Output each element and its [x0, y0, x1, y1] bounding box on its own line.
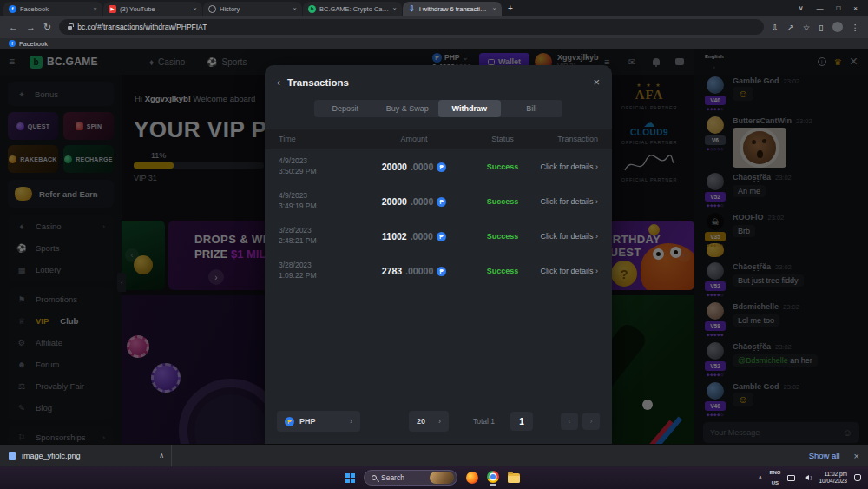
tx-date: 3/28/2023 [279, 226, 358, 236]
transactions-modal: ‹ Transactions × Deposit Buy & Swap With… [265, 65, 612, 444]
download-bar-close-icon[interactable]: × [854, 451, 859, 461]
system-tray: ∧ ENGUS ) 11:02 pm10/04/2023 [758, 470, 861, 486]
tab-download-active[interactable]: ⇩ i withdraw 6 transaction 3 of the × [403, 2, 502, 16]
youtube-favicon: ▶ [108, 5, 116, 13]
php-coin-icon: ₱ [437, 197, 446, 207]
reload-icon[interactable]: ↻ [43, 22, 51, 33]
clock-time: 11:02 pm [824, 471, 847, 478]
modal-title: Transactions [287, 77, 349, 88]
tx-status: Success [470, 232, 536, 241]
download-filename: image_yfiolc.png [22, 452, 81, 460]
search-highlight-image[interactable] [430, 472, 454, 484]
tx-amount: 20000 [382, 196, 407, 207]
file-explorer-icon[interactable] [508, 473, 520, 483]
firefox-icon[interactable] [466, 472, 478, 484]
address-bar[interactable]: bc.co/#/transactions/withdraw/PHPFIAT [59, 19, 764, 35]
taskbar-clock[interactable]: 11:02 pm10/04/2023 [819, 471, 847, 485]
new-tab-button[interactable]: + [508, 3, 513, 13]
currency-filter-dropdown[interactable]: ₱ PHP › [277, 411, 360, 432]
tab-bill[interactable]: Bill [501, 100, 563, 117]
menu-kebab-icon[interactable]: ⋮ [852, 23, 860, 32]
column-transaction: Transaction [536, 135, 598, 143]
download-bar: image_yfiolc.png ∧ Show all × [0, 444, 868, 466]
current-page[interactable]: 1 [510, 412, 533, 431]
tab-close-icon[interactable]: × [492, 5, 496, 13]
bookmark-star-icon[interactable]: ☆ [803, 23, 811, 32]
browser-tab-strip: f Facebook × ▶ (3) YouTube × History × b… [0, 0, 868, 16]
screen: f Facebook × ▶ (3) YouTube × History × b… [0, 0, 868, 489]
tab-deposit[interactable]: Deposit [314, 100, 377, 117]
tx-details-link[interactable]: Click for details › [536, 232, 598, 241]
profile-avatar[interactable] [832, 22, 843, 32]
tx-details-link[interactable]: Click for details › [536, 267, 598, 275]
next-page-icon[interactable]: › [582, 413, 600, 430]
url-text: bc.co/#/transactions/withdraw/PHPFIAT [77, 23, 207, 31]
lock-icon[interactable] [68, 26, 72, 30]
page-viewport: ≡ b BC.GAME ♦ Casino ⚽ Sports ₱ PHP [0, 49, 868, 444]
tab-label: BC.GAME: Crypto Casino Games [319, 5, 389, 13]
bcgame-favicon: b [308, 5, 316, 13]
tab-withdraw[interactable]: Withdraw [438, 100, 501, 117]
maximize-icon[interactable]: □ [836, 4, 840, 12]
window-controls: ∨ — □ × [788, 4, 868, 12]
download-menu-icon[interactable]: ∧ [159, 452, 164, 459]
back-icon[interactable]: ‹ [277, 76, 280, 89]
bookmarks-bar: f Facebook [0, 38, 868, 49]
facebook-favicon: f [9, 40, 16, 47]
php-coin-icon: ₱ [437, 162, 446, 172]
tx-time: 3:49:19 PM [279, 202, 358, 212]
column-time: Time [279, 135, 358, 143]
start-button-icon[interactable] [345, 473, 355, 483]
close-icon[interactable]: × [853, 4, 858, 12]
table-row: 4/9/20233:50:29 PM 20000.0000₱ Success C… [265, 149, 612, 184]
modal-footer: ₱ PHP › 20 › Total 1 1 ‹ › [277, 411, 600, 432]
tx-date: 4/9/2023 [279, 191, 358, 202]
table-row: 3/28/20231:09:22 PM 2783.00000₱ Success … [265, 254, 612, 288]
chevron-right-icon: › [438, 417, 441, 426]
language-indicator[interactable]: ENGUS [769, 470, 780, 486]
search-placeholder: Search [381, 473, 404, 482]
toolbar-icons: ⇩ ↗ ☆ ▯ ⋮ [772, 22, 859, 32]
bookmark-facebook[interactable]: Facebook [19, 40, 48, 48]
forward-icon[interactable]: → [26, 22, 36, 32]
php-coin-icon: ₱ [437, 232, 446, 241]
network-icon[interactable] [787, 475, 795, 481]
tab-close-icon[interactable]: × [293, 5, 297, 13]
download-item[interactable]: image_yfiolc.png ∧ [9, 445, 172, 466]
page-size-dropdown[interactable]: 20 › [409, 411, 449, 432]
install-icon[interactable]: ⇩ [772, 23, 779, 32]
tab-buy-and-swap[interactable]: Buy & Swap [377, 100, 439, 117]
modal-close-icon[interactable]: × [593, 76, 600, 89]
table-row: 4/9/20233:49:19 PM 20000.0000₱ Success C… [265, 184, 612, 219]
show-all-downloads-link[interactable]: Show all [809, 451, 840, 460]
tab-history[interactable]: History × [203, 2, 302, 16]
tab-bcgame[interactable]: b BC.GAME: Crypto Casino Games × [303, 2, 402, 16]
tab-close-icon[interactable]: × [392, 5, 397, 13]
minimize-icon[interactable]: — [816, 4, 823, 12]
tx-date: 3/28/2023 [279, 261, 358, 271]
tray-overflow-icon[interactable]: ∧ [758, 474, 762, 481]
prev-page-icon[interactable]: ‹ [561, 413, 578, 430]
tx-details-link[interactable]: Click for details › [536, 162, 598, 171]
tx-status: Success [470, 162, 536, 171]
tx-time: 2:48:21 PM [279, 236, 358, 247]
tab-label: i withdraw 6 transaction 3 of the [419, 5, 489, 13]
tx-details-link[interactable]: Click for details › [536, 197, 598, 206]
tx-date: 4/9/2023 [279, 156, 358, 167]
side-panel-icon[interactable]: ▯ [819, 23, 823, 32]
share-icon[interactable]: ↗ [787, 23, 794, 32]
taskbar-search-box[interactable]: Search [364, 470, 457, 486]
tab-search-icon[interactable]: ∨ [799, 4, 804, 12]
chrome-taskbar-item[interactable] [487, 471, 499, 486]
tx-status: Success [470, 197, 536, 206]
tab-close-icon[interactable]: × [193, 5, 197, 13]
volume-icon[interactable]: ) [802, 475, 812, 480]
tab-facebook[interactable]: f Facebook × [3, 2, 102, 16]
tab-youtube[interactable]: ▶ (3) YouTube × [103, 2, 202, 16]
notification-center-icon[interactable] [854, 474, 861, 481]
back-icon[interactable]: ← [9, 22, 18, 32]
tx-amount: 20000 [382, 162, 407, 172]
tx-time: 3:50:29 PM [279, 167, 358, 177]
tab-close-icon[interactable]: × [93, 5, 97, 13]
tx-time: 1:09:22 PM [279, 271, 358, 281]
